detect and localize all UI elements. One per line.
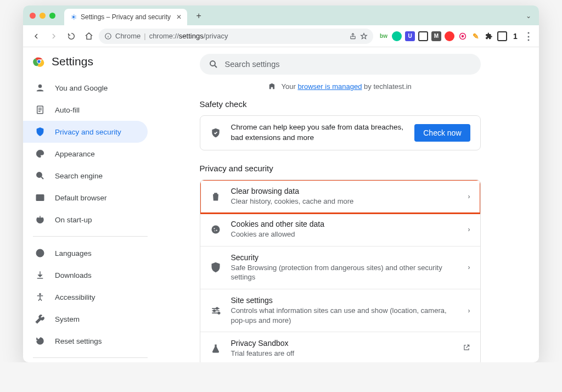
row-title: Privacy Sandbox [231,339,453,348]
trash-icon [210,191,221,202]
settings-page: Settings You and Google Auto-fill Privac… [23,47,539,362]
building-icon [268,82,276,90]
extension-icon[interactable] [392,31,402,41]
row-title: Clear browsing data [231,187,458,195]
sidebar-item-search-engine[interactable]: Search engine [23,165,148,187]
settings-sidebar: Settings You and Google Auto-fill Privac… [23,47,158,362]
verified-shield-icon [210,127,221,138]
svg-point-17 [216,230,217,231]
extension-icon[interactable] [497,31,507,41]
form-icon [35,105,45,115]
sidebar-item-accessibility[interactable]: Accessibility [23,286,148,308]
sidebar-item-startup[interactable]: On start-up [23,209,148,231]
svg-point-6 [38,85,42,88]
browser-icon [35,193,45,203]
minimize-window-button[interactable] [40,13,46,19]
svg-rect-9 [36,195,44,201]
sidebar-item-privacy[interactable]: Privacy and security [23,121,148,143]
sidebar-item-label: Reset settings [55,337,102,345]
extension-icon[interactable] [418,31,428,41]
site-info-icon [104,32,112,40]
section-title-privacy: Privacy and security [200,164,481,173]
wrench-icon [35,314,45,324]
sidebar-item-reset[interactable]: Reset settings [23,330,148,352]
extension-icon[interactable]: bw [379,31,389,41]
back-button[interactable] [29,29,44,44]
open-external-icon [463,344,470,353]
app-title: Settings [52,55,93,68]
share-icon[interactable] [349,32,357,40]
tab-overflow-icon[interactable]: ⌄ [526,12,531,20]
sidebar-item-label: Downloads [55,271,92,279]
app-header: Settings [23,55,158,71]
palette-icon [35,149,45,159]
chevron-right-icon: › [468,264,470,271]
row-sub: Cookies are allowed [231,229,458,239]
row-privacy-sandbox[interactable]: Privacy Sandbox Trial features are off [200,332,480,362]
check-now-button[interactable]: Check now [414,124,470,142]
svg-point-19 [216,307,217,309]
svg-point-15 [211,226,220,234]
row-title: Cookies and other site data [231,220,458,228]
sidebar-item-label: Languages [55,249,92,257]
browser-window: Settings – Privacy and security ✕ + ⌄ Ch… [23,5,539,362]
sidebar-item-autofill[interactable]: Auto-fill [23,99,148,121]
person-icon [35,83,45,93]
home-button[interactable] [81,29,97,44]
sidebar-item-languages[interactable]: Languages [23,242,148,264]
svg-point-16 [213,228,215,229]
privacy-card: Clear browsing data Clear history, cooki… [200,180,481,362]
browser-toolbar: Chrome | chrome://settings/privacy bw U … [23,25,539,47]
sidebar-item-label: Auto-fill [55,106,80,114]
row-clear-browsing-data[interactable]: Clear browsing data Clear history, cooki… [200,180,480,214]
close-window-button[interactable] [30,13,36,19]
url-scheme-label: Chrome [115,32,140,40]
search-icon [35,171,45,181]
divider [33,357,148,358]
row-cookies[interactable]: Cookies and other site data Cookies are … [200,213,480,247]
sidebar-item-system[interactable]: System [23,308,148,330]
close-tab-icon[interactable]: ✕ [176,13,182,21]
sidebar-item-label: On start-up [55,216,92,224]
sidebar-item-appearance[interactable]: Appearance [23,143,148,165]
extension-icon[interactable] [445,31,454,41]
svg-point-11 [40,293,41,295]
address-bar-actions [349,32,368,40]
bookmark-star-icon[interactable] [360,32,368,40]
browser-tab[interactable]: Settings – Privacy and security ✕ [64,9,187,25]
extension-icon[interactable]: ⦿ [458,31,468,41]
search-placeholder: Search settings [225,60,280,69]
extension-icon[interactable]: M [431,31,441,41]
power-icon [35,215,45,225]
chevron-right-icon: › [468,193,470,200]
extension-icon[interactable]: 1 [510,31,520,41]
sidebar-item-default-browser[interactable]: Default browser [23,187,148,209]
extension-icon[interactable]: ✎ [471,31,481,41]
safety-desc: Chrome can help keep you safe from data … [231,122,405,143]
kebab-menu-icon[interactable]: ⋮ [524,31,533,41]
row-sub: Safe Browsing (protection from dangerous… [231,263,458,282]
row-security[interactable]: Security Safe Browsing (protection from … [200,247,480,289]
svg-point-20 [213,310,215,311]
extensions-puzzle-icon[interactable] [484,31,494,41]
extension-icon[interactable]: U [405,31,415,41]
sidebar-item-label: Appearance [55,150,95,158]
address-bar[interactable]: Chrome | chrome://settings/privacy [99,29,373,44]
chevron-right-icon: › [468,226,470,233]
row-title: Site settings [231,296,458,305]
managed-link[interactable]: browser is managed [297,82,362,91]
sidebar-item-you-and-google[interactable]: You and Google [23,77,148,99]
settings-main: Search settings Your browser is managed … [158,47,539,362]
maximize-window-button[interactable] [49,13,55,19]
cookie-icon [210,224,221,235]
forward-button[interactable] [46,29,61,44]
row-site-settings[interactable]: Site settings Controls what information … [200,289,480,332]
row-title: Security [231,253,458,262]
sidebar-item-label: System [55,315,80,323]
sidebar-item-downloads[interactable]: Downloads [23,264,148,286]
reload-button[interactable] [64,29,79,44]
row-sub: Clear history, cookies, cache and more [231,197,458,206]
svg-point-18 [214,231,215,232]
new-tab-button[interactable]: + [192,9,206,23]
settings-search-input[interactable]: Search settings [200,54,481,75]
